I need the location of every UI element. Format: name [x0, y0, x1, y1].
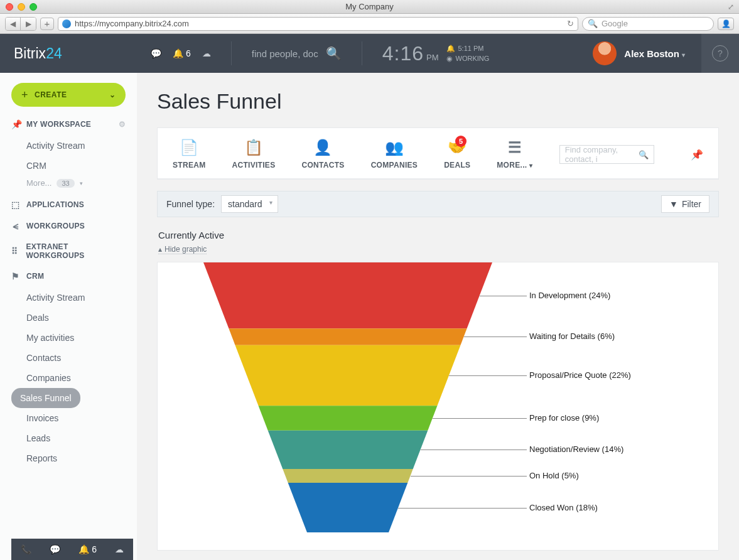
stream-icon: 📄	[180, 139, 198, 156]
minimize-icon[interactable]	[18, 3, 25, 11]
help-button[interactable]: ?	[701, 34, 739, 73]
label-line	[421, 450, 527, 450]
sidebar-item-activity-stream[interactable]: Activity Stream	[11, 136, 126, 156]
reload-icon[interactable]: ↻	[567, 19, 574, 28]
tab-more[interactable]: ☰MORE...▾	[497, 139, 532, 170]
sidebar-item-leads[interactable]: Leads	[11, 428, 126, 448]
sidebar-item-my-activities[interactable]: My activities	[11, 328, 126, 348]
zoom-icon[interactable]	[30, 3, 37, 11]
close-icon[interactable]	[6, 3, 13, 11]
notification-icon[interactable]: 🔔 6	[173, 48, 191, 58]
funnel-label-4: Negotiation/Review (14%)	[529, 444, 623, 454]
reader-button[interactable]: 👤	[718, 18, 734, 30]
mac-titlebar: My Company ⤢	[0, 0, 739, 14]
funnel-segment-4[interactable]	[268, 431, 428, 469]
funnel-segment-2[interactable]	[235, 345, 461, 406]
global-search[interactable]: find people, doc 🔍	[252, 46, 342, 61]
sidebar-item-contacts[interactable]: Contacts	[11, 348, 126, 368]
plus-icon: +	[21, 89, 28, 102]
funnel-segment-5[interactable]	[283, 469, 413, 483]
crm-search-input[interactable]: Find company, contact, i🔍	[559, 145, 654, 164]
sidebar-item-sales-funnel[interactable]: Sales Funnel	[11, 388, 80, 408]
search-placeholder: Google	[601, 19, 628, 28]
funnel-type-label: Funnel type:	[166, 199, 215, 209]
window-title: My Company	[345, 2, 394, 11]
browser-toolbar: ◀ ▶ + https://mycompany.bitrix24.com ↻ 🔍…	[0, 14, 739, 34]
sidebar-item-deals[interactable]: Deals	[11, 308, 126, 328]
sidebar-item-invoices[interactable]: Invoices	[11, 408, 126, 428]
filter-bar: Funnel type: standard ▼Filter	[157, 191, 719, 217]
tab-deals[interactable]: 🤝DEALS5	[444, 139, 470, 170]
main-content: Sales Funnel 📄STREAM 📋ACTIVITIES 👤CONTAC…	[137, 73, 739, 560]
chevron-down-icon: ▾	[80, 180, 83, 186]
funnel-type-select[interactable]: standard	[221, 195, 278, 213]
brand-logo[interactable]: Bitrix24	[0, 45, 151, 62]
bottom-bar: 📞 💬 🔔 6 ☁	[11, 539, 133, 560]
filter-icon: ▼	[669, 199, 678, 209]
globe-icon	[62, 19, 71, 28]
app-header: Bitrix24 💬 🔔 6 ☁ find people, doc 🔍 4:16…	[0, 34, 739, 73]
funnel-segment-6[interactable]	[288, 483, 408, 532]
tab-stream[interactable]: 📄STREAM	[173, 139, 205, 170]
apps-icon: ⬚	[11, 200, 21, 210]
hide-graphic-toggle[interactable]: ▴Hide graphic	[158, 245, 207, 254]
chart-title: Currently Active	[158, 230, 719, 240]
phone-icon[interactable]: 📞	[21, 544, 31, 554]
chevron-down-icon: ▾	[682, 51, 685, 58]
activities-icon: 📋	[244, 139, 263, 156]
chat-icon[interactable]: 💬	[151, 48, 161, 58]
tab-contacts[interactable]: 👤CONTACTS	[301, 139, 344, 170]
companies-icon: 👥	[385, 139, 404, 156]
funnel-label-0: In Development (24%)	[529, 291, 610, 300]
user-menu[interactable]: Alex Boston ▾	[624, 48, 685, 59]
crm-tabbar: 📄STREAM 📋ACTIVITIES 👤CONTACTS 👥COMPANIES…	[158, 128, 718, 179]
new-tab-button[interactable]: +	[40, 18, 54, 30]
create-button[interactable]: + CREATE ⌄	[11, 83, 126, 107]
cloud-icon[interactable]: ☁	[115, 544, 124, 554]
notification-icon[interactable]: 🔔 6	[78, 544, 97, 554]
sidebar-item-crm[interactable]: CRM	[11, 156, 126, 176]
url-text: https://mycompany.bitrix24.com	[75, 19, 189, 28]
chat-icon[interactable]: 💬	[50, 544, 60, 554]
back-button[interactable]: ◀	[6, 18, 21, 30]
chevron-up-icon: ▴	[158, 245, 162, 254]
pin-icon: 📌	[11, 119, 21, 129]
sidebar-more[interactable]: More...33▾	[11, 178, 83, 188]
sidebar-section-extranet[interactable]: ⠿EXTRANET WORKGROUPS	[11, 242, 126, 260]
sidebar-item-reports[interactable]: Reports	[11, 448, 126, 468]
pin-icon[interactable]: 📌	[691, 149, 703, 161]
forward-button[interactable]: ▶	[21, 18, 36, 30]
browser-search[interactable]: 🔍 Google	[582, 17, 714, 31]
avatar[interactable]	[593, 41, 617, 65]
sidebar: + CREATE ⌄ 📌MY WORKSPACE⚙ Activity Strea…	[0, 73, 137, 560]
funnel-label-6: Closed Won (18%)	[529, 503, 598, 512]
funnel-segment-0[interactable]	[203, 262, 492, 328]
extranet-icon: ⠿	[11, 246, 21, 256]
clock: 4:16 PM	[382, 42, 439, 65]
url-bar[interactable]: https://mycompany.bitrix24.com ↻	[58, 17, 578, 31]
sidebar-section-workspace[interactable]: 📌MY WORKSPACE⚙	[11, 119, 126, 129]
filter-button[interactable]: ▼Filter	[661, 195, 709, 213]
flag-icon: ⚑	[11, 271, 21, 281]
sidebar-item-companies[interactable]: Companies	[11, 368, 126, 388]
cloud-icon[interactable]: ☁	[202, 48, 211, 58]
gear-icon[interactable]: ⚙	[119, 120, 126, 129]
label-line	[398, 508, 527, 509]
page-title: Sales Funnel	[157, 89, 719, 114]
expand-icon[interactable]: ⤢	[728, 3, 734, 11]
tab-activities[interactable]: 📋ACTIVITIES	[232, 139, 275, 170]
funnel-label-3: Prep for close (9%)	[529, 413, 599, 423]
funnel-chart: In Development (24%)Waiting for Details …	[157, 262, 719, 551]
search-icon: 🔍	[588, 19, 598, 28]
funnel-segment-1[interactable]	[229, 328, 467, 345]
alarm-icon: 🔔	[446, 45, 455, 53]
search-icon: 🔍	[639, 150, 649, 159]
tab-companies[interactable]: 👥COMPANIES	[371, 139, 418, 170]
more-icon: ☰	[508, 139, 522, 156]
contacts-icon: 👤	[313, 139, 332, 156]
sidebar-section-crm[interactable]: ⚑CRM	[11, 271, 126, 281]
sidebar-section-applications[interactable]: ⬚APPLICATIONS	[11, 200, 126, 210]
funnel-segment-3[interactable]	[259, 406, 438, 430]
sidebar-item-activity-stream[interactable]: Activity Stream	[11, 288, 126, 308]
sidebar-section-workgroups[interactable]: ⪪WORKGROUPS	[11, 221, 126, 231]
